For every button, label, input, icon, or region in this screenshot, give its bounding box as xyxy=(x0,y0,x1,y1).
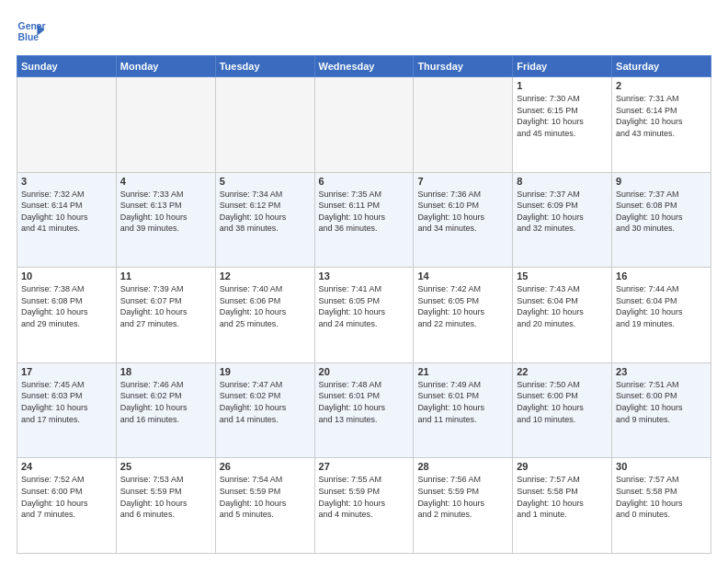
day-number: 29 xyxy=(517,461,608,472)
day-info: Sunrise: 7:32 AMSunset: 6:14 PMDaylight:… xyxy=(21,189,112,235)
calendar-cell: 17Sunrise: 7:45 AMSunset: 6:03 PMDayligh… xyxy=(17,362,117,458)
day-header-wednesday: Wednesday xyxy=(314,56,414,77)
day-header-friday: Friday xyxy=(513,56,612,77)
day-number: 5 xyxy=(220,176,311,187)
day-number: 27 xyxy=(319,461,410,472)
calendar-cell: 8Sunrise: 7:37 AMSunset: 6:09 PMDaylight… xyxy=(513,172,612,268)
day-info: Sunrise: 7:47 AMSunset: 6:02 PMDaylight:… xyxy=(220,379,311,425)
logo-icon: General Blue xyxy=(17,17,46,46)
day-number: 8 xyxy=(517,176,608,187)
day-number: 13 xyxy=(319,270,410,282)
calendar-cell: 6Sunrise: 7:35 AMSunset: 6:11 PMDaylight… xyxy=(314,172,414,268)
calendar-cell: 16Sunrise: 7:44 AMSunset: 6:04 PMDayligh… xyxy=(612,268,711,363)
calendar-cell: 28Sunrise: 7:56 AMSunset: 5:59 PMDayligh… xyxy=(414,458,513,554)
header: General Blue xyxy=(17,17,711,46)
day-info: Sunrise: 7:44 AMSunset: 6:04 PMDaylight:… xyxy=(616,283,707,329)
day-number: 14 xyxy=(417,270,508,282)
day-info: Sunrise: 7:57 AMSunset: 5:58 PMDaylight:… xyxy=(517,474,608,520)
svg-text:Blue: Blue xyxy=(18,32,40,42)
calendar-cell: 11Sunrise: 7:39 AMSunset: 6:07 PMDayligh… xyxy=(116,268,215,363)
day-number: 12 xyxy=(220,270,311,282)
calendar-cell: 19Sunrise: 7:47 AMSunset: 6:02 PMDayligh… xyxy=(215,362,314,458)
calendar-cell xyxy=(414,77,513,173)
day-info: Sunrise: 7:37 AMSunset: 6:09 PMDaylight:… xyxy=(517,189,608,235)
day-number: 6 xyxy=(319,176,410,187)
day-number: 15 xyxy=(517,270,608,282)
day-info: Sunrise: 7:50 AMSunset: 6:00 PMDaylight:… xyxy=(517,379,608,425)
day-number: 7 xyxy=(417,176,508,187)
day-number: 28 xyxy=(417,461,508,472)
calendar-cell xyxy=(215,77,314,173)
calendar-cell: 9Sunrise: 7:37 AMSunset: 6:08 PMDaylight… xyxy=(612,172,711,268)
calendar-cell xyxy=(17,77,117,173)
page: General Blue SundayMondayTuesdayWednesda… xyxy=(0,0,728,563)
calendar-cell: 2Sunrise: 7:31 AMSunset: 6:14 PMDaylight… xyxy=(612,77,711,173)
calendar-cell: 12Sunrise: 7:40 AMSunset: 6:06 PMDayligh… xyxy=(215,268,314,363)
day-number: 23 xyxy=(616,366,707,377)
day-number: 25 xyxy=(120,461,211,472)
calendar-cell: 10Sunrise: 7:38 AMSunset: 6:08 PMDayligh… xyxy=(17,268,117,363)
calendar-cell: 27Sunrise: 7:55 AMSunset: 5:59 PMDayligh… xyxy=(314,458,414,554)
calendar-cell xyxy=(314,77,414,173)
calendar-cell: 18Sunrise: 7:46 AMSunset: 6:02 PMDayligh… xyxy=(116,362,215,458)
day-info: Sunrise: 7:56 AMSunset: 5:59 PMDaylight:… xyxy=(417,474,508,520)
day-info: Sunrise: 7:33 AMSunset: 6:13 PMDaylight:… xyxy=(120,189,211,235)
calendar-cell: 13Sunrise: 7:41 AMSunset: 6:05 PMDayligh… xyxy=(314,268,414,363)
day-info: Sunrise: 7:51 AMSunset: 6:00 PMDaylight:… xyxy=(616,379,707,425)
day-info: Sunrise: 7:45 AMSunset: 6:03 PMDaylight:… xyxy=(21,379,112,425)
day-number: 19 xyxy=(220,366,311,377)
calendar-cell xyxy=(116,77,215,173)
day-number: 17 xyxy=(21,366,112,377)
calendar-cell: 23Sunrise: 7:51 AMSunset: 6:00 PMDayligh… xyxy=(612,362,711,458)
calendar-cell: 25Sunrise: 7:53 AMSunset: 5:59 PMDayligh… xyxy=(116,458,215,554)
day-number: 1 xyxy=(517,80,608,91)
day-info: Sunrise: 7:35 AMSunset: 6:11 PMDaylight:… xyxy=(319,189,410,235)
calendar-cell: 30Sunrise: 7:57 AMSunset: 5:58 PMDayligh… xyxy=(612,458,711,554)
day-info: Sunrise: 7:57 AMSunset: 5:58 PMDaylight:… xyxy=(616,474,707,520)
calendar-cell: 26Sunrise: 7:54 AMSunset: 5:59 PMDayligh… xyxy=(215,458,314,554)
day-header-saturday: Saturday xyxy=(612,56,711,77)
day-info: Sunrise: 7:31 AMSunset: 6:14 PMDaylight:… xyxy=(616,93,707,139)
day-info: Sunrise: 7:54 AMSunset: 5:59 PMDaylight:… xyxy=(220,474,311,520)
calendar-cell: 24Sunrise: 7:52 AMSunset: 6:00 PMDayligh… xyxy=(17,458,117,554)
calendar-cell: 29Sunrise: 7:57 AMSunset: 5:58 PMDayligh… xyxy=(513,458,612,554)
calendar-cell: 20Sunrise: 7:48 AMSunset: 6:01 PMDayligh… xyxy=(314,362,414,458)
day-number: 20 xyxy=(319,366,410,377)
calendar-cell: 7Sunrise: 7:36 AMSunset: 6:10 PMDaylight… xyxy=(414,172,513,268)
day-number: 16 xyxy=(616,270,707,282)
day-info: Sunrise: 7:42 AMSunset: 6:05 PMDaylight:… xyxy=(417,283,508,329)
day-number: 22 xyxy=(517,366,608,377)
calendar-cell: 15Sunrise: 7:43 AMSunset: 6:04 PMDayligh… xyxy=(513,268,612,363)
calendar-cell: 22Sunrise: 7:50 AMSunset: 6:00 PMDayligh… xyxy=(513,362,612,458)
day-info: Sunrise: 7:55 AMSunset: 5:59 PMDaylight:… xyxy=(319,474,410,520)
day-header-monday: Monday xyxy=(116,56,215,77)
day-number: 9 xyxy=(616,176,707,187)
calendar-table: SundayMondayTuesdayWednesdayThursdayFrid… xyxy=(17,55,711,554)
day-info: Sunrise: 7:48 AMSunset: 6:01 PMDaylight:… xyxy=(319,379,410,425)
day-info: Sunrise: 7:34 AMSunset: 6:12 PMDaylight:… xyxy=(220,189,311,235)
day-number: 4 xyxy=(120,176,211,187)
day-number: 18 xyxy=(120,366,211,377)
day-info: Sunrise: 7:36 AMSunset: 6:10 PMDaylight:… xyxy=(417,189,508,235)
day-info: Sunrise: 7:38 AMSunset: 6:08 PMDaylight:… xyxy=(21,283,112,329)
calendar-cell: 21Sunrise: 7:49 AMSunset: 6:01 PMDayligh… xyxy=(414,362,513,458)
day-info: Sunrise: 7:30 AMSunset: 6:15 PMDaylight:… xyxy=(517,93,608,139)
calendar-cell: 3Sunrise: 7:32 AMSunset: 6:14 PMDaylight… xyxy=(17,172,117,268)
day-header-thursday: Thursday xyxy=(414,56,513,77)
calendar-cell: 14Sunrise: 7:42 AMSunset: 6:05 PMDayligh… xyxy=(414,268,513,363)
calendar-cell: 1Sunrise: 7:30 AMSunset: 6:15 PMDaylight… xyxy=(513,77,612,173)
calendar-cell: 4Sunrise: 7:33 AMSunset: 6:13 PMDaylight… xyxy=(116,172,215,268)
day-info: Sunrise: 7:52 AMSunset: 6:00 PMDaylight:… xyxy=(21,474,112,520)
day-number: 24 xyxy=(21,461,112,472)
day-number: 10 xyxy=(21,270,112,282)
day-info: Sunrise: 7:37 AMSunset: 6:08 PMDaylight:… xyxy=(616,189,707,235)
logo: General Blue xyxy=(17,17,46,46)
day-number: 26 xyxy=(220,461,311,472)
day-number: 3 xyxy=(21,176,112,187)
day-number: 21 xyxy=(417,366,508,377)
day-header-sunday: Sunday xyxy=(17,56,117,77)
day-info: Sunrise: 7:40 AMSunset: 6:06 PMDaylight:… xyxy=(220,283,311,329)
calendar-cell: 5Sunrise: 7:34 AMSunset: 6:12 PMDaylight… xyxy=(215,172,314,268)
day-info: Sunrise: 7:43 AMSunset: 6:04 PMDaylight:… xyxy=(517,283,608,329)
day-info: Sunrise: 7:41 AMSunset: 6:05 PMDaylight:… xyxy=(319,283,410,329)
